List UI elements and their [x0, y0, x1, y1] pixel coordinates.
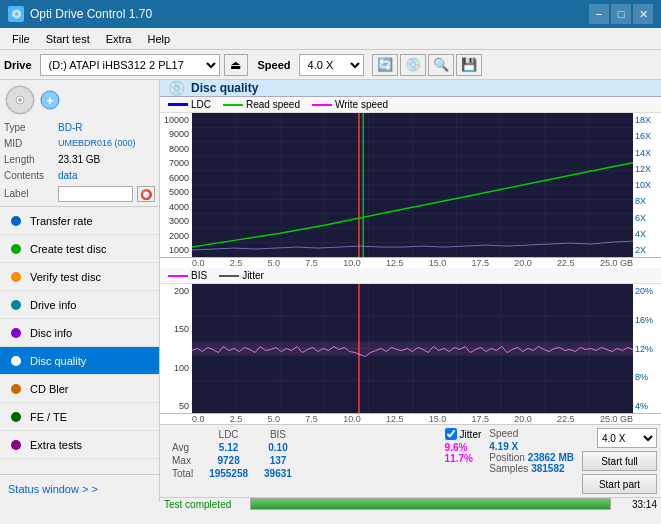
avg-speed-value: 4.19 X — [489, 441, 518, 452]
sidebar-item-fe-te[interactable]: FE / TE — [0, 403, 159, 431]
svg-text:+: + — [46, 94, 53, 108]
bis-color-swatch — [168, 275, 188, 277]
disc-mid-value: UMEBDR016 (000) — [58, 136, 136, 152]
legend-read-speed: Read speed — [223, 99, 300, 110]
fe-te-icon — [8, 409, 24, 425]
stats-table: LDC BIS Avg 5.12 0.10 Max 9728 137 Tot — [160, 425, 441, 497]
start-part-button[interactable]: Start part — [582, 474, 657, 494]
legend-jitter: Jitter — [219, 270, 264, 281]
toolbar-save-button[interactable]: 💾 — [456, 54, 482, 76]
disc-label-input[interactable] — [58, 186, 133, 202]
top-chart-wrap: 10000 9000 8000 7000 6000 5000 4000 3000… — [160, 113, 661, 257]
drive-label: Drive — [4, 59, 32, 71]
sidebar-item-verify-test-disc[interactable]: Verify test disc — [0, 263, 159, 291]
disc-label-row: Label ⭕ — [4, 186, 155, 202]
top-chart-svg — [192, 113, 633, 257]
drive-select[interactable]: (D:) ATAPI iHBS312 2 PL17 — [40, 54, 220, 76]
minimize-button[interactable]: − — [589, 4, 609, 24]
toolbar-icons: 🔄 💿 🔍 💾 — [372, 54, 482, 76]
disc-section: + Type BD-R MID UMEBDR016 (000) Length 2… — [0, 80, 159, 207]
disc-label-button[interactable]: ⭕ — [137, 186, 155, 202]
nav-fe-te-label: FE / TE — [30, 411, 67, 423]
toolbar-burn-button[interactable]: 💿 — [400, 54, 426, 76]
nav-verify-test-disc-label: Verify test disc — [30, 271, 101, 283]
speed-header-row: Speed — [489, 428, 574, 439]
samples-value: 381582 — [531, 463, 564, 474]
sidebar: + Type BD-R MID UMEBDR016 (000) Length 2… — [0, 80, 160, 502]
total-bis-value: 39631 — [256, 467, 300, 480]
disc-length-value: 23.31 GB — [58, 152, 100, 168]
toolbar-refresh-button[interactable]: 🔄 — [372, 54, 398, 76]
max-bis-value: 137 — [256, 454, 300, 467]
disc-type-label: Type — [4, 120, 54, 136]
top-chart-inner — [192, 113, 633, 257]
top-chart-y-axis-right: 18X 16X 14X 12X 10X 8X 6X 4X 2X — [633, 113, 661, 257]
title-bar-left: 💿 Opti Drive Control 1.70 — [8, 6, 152, 22]
menu-file[interactable]: File — [4, 31, 38, 47]
menu-help[interactable]: Help — [139, 31, 178, 47]
bottom-chart-y-axis-right: 20% 16% 12% 8% 4% — [633, 284, 661, 413]
sidebar-item-extra-tests[interactable]: Extra tests — [0, 431, 159, 459]
jitter-checkbox[interactable] — [445, 428, 457, 440]
drive-info-icon — [8, 297, 24, 313]
sidebar-item-disc-info[interactable]: Disc info — [0, 319, 159, 347]
nav-extra-tests-label: Extra tests — [30, 439, 82, 451]
read-speed-label: Read speed — [246, 99, 300, 110]
menu-bar: File Start test Extra Help — [0, 28, 661, 50]
menu-start-test[interactable]: Start test — [38, 31, 98, 47]
jitter-stat-label: Jitter — [460, 429, 482, 440]
disc-info-icon — [8, 325, 24, 341]
disc-fields: Type BD-R MID UMEBDR016 (000) Length 23.… — [4, 120, 155, 202]
start-full-button[interactable]: Start full — [582, 451, 657, 471]
verify-test-disc-icon — [8, 269, 24, 285]
nav-items: Transfer rate Create test disc Verify te… — [0, 207, 159, 474]
eject-button[interactable]: ⏏ — [224, 54, 248, 76]
menu-extra[interactable]: Extra — [98, 31, 140, 47]
legend-bis: BIS — [168, 270, 207, 281]
total-ldc-value: 1955258 — [201, 467, 256, 480]
close-button[interactable]: ✕ — [633, 4, 653, 24]
ldc-col-header: LDC — [201, 428, 256, 441]
avg-speed-row: 4.19 X — [489, 441, 574, 452]
bottom-chart-inner — [192, 284, 633, 413]
disc-type-row: Type BD-R — [4, 120, 155, 136]
quality-speed-select[interactable]: 4.0 X — [597, 428, 657, 448]
top-chart-legend: LDC Read speed Write speed — [160, 97, 661, 113]
jitter-checkbox-row: Jitter — [445, 428, 482, 440]
nav-transfer-rate-label: Transfer rate — [30, 215, 93, 227]
sidebar-item-cd-bler[interactable]: CD Bler — [0, 375, 159, 403]
jitter-stats-section: Jitter 9.6% 11.7% — [441, 425, 486, 497]
speed-stat-label: Speed — [489, 428, 518, 439]
status-window-link[interactable]: Status window > > — [0, 474, 159, 502]
progress-fill — [251, 499, 610, 509]
bottom-chart-svg — [192, 284, 633, 413]
sidebar-item-create-test-disc[interactable]: Create test disc — [0, 235, 159, 263]
total-row-label: Total — [164, 467, 201, 480]
legend-ldc: LDC — [168, 99, 211, 110]
disc-length-label: Length — [4, 152, 54, 168]
maximize-button[interactable]: □ — [611, 4, 631, 24]
write-speed-color-swatch — [312, 104, 332, 106]
jitter-legend-label: Jitter — [242, 270, 264, 281]
toolbar-scan-button[interactable]: 🔍 — [428, 54, 454, 76]
top-chart-container: 10000 9000 8000 7000 6000 5000 4000 3000… — [160, 113, 661, 258]
write-speed-label: Write speed — [335, 99, 388, 110]
bottom-chart-wrap: 200 150 100 50 — [160, 284, 661, 413]
disc-contents-label: Contents — [4, 168, 54, 184]
create-test-disc-icon — [8, 241, 24, 257]
disc-contents-row: Contents data — [4, 168, 155, 184]
cd-bler-icon — [8, 381, 24, 397]
sidebar-item-drive-info[interactable]: Drive info — [0, 291, 159, 319]
max-ldc-value: 9728 — [201, 454, 256, 467]
bis-label: BIS — [191, 270, 207, 281]
max-jitter-row: 11.7% — [445, 453, 482, 464]
svg-point-2 — [18, 98, 22, 102]
samples-row: Samples 381582 — [489, 463, 574, 474]
progress-time: 33:14 — [617, 499, 657, 510]
nav-create-test-disc-label: Create test disc — [30, 243, 106, 255]
speed-select[interactable]: 4.0 X 8.0 X — [299, 54, 364, 76]
sidebar-item-transfer-rate[interactable]: Transfer rate — [0, 207, 159, 235]
sidebar-item-disc-quality[interactable]: Disc quality — [0, 347, 159, 375]
progress-label: Test completed — [164, 499, 244, 510]
disc-type-value: BD-R — [58, 120, 82, 136]
